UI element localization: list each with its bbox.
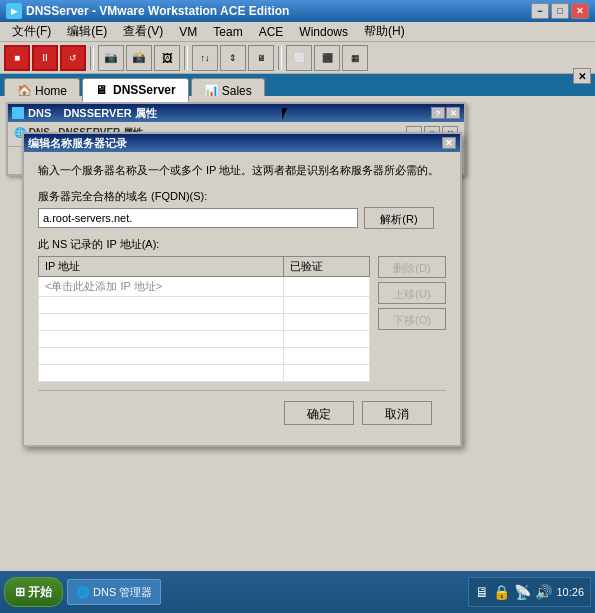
table-row[interactable]: <单击此处添加 IP 地址> <box>39 276 370 296</box>
taskbar-task-dns[interactable]: 🌐 DNS 管理器 <box>67 579 161 605</box>
toolbar-btn-4[interactable]: ↑↓ <box>192 45 218 71</box>
maximize-btn[interactable]: □ <box>551 3 569 19</box>
menu-item-3[interactable]: VM <box>171 22 205 41</box>
tray-icon-2: 🔒 <box>493 584 510 600</box>
dialog-description: 输入一个服务器名称及一个或多个 IP 地址。这两者都是识别名称服务器所必需的。 <box>38 162 446 179</box>
menu-item-7[interactable]: 帮助(H) <box>356 22 413 41</box>
dialog-ok-btn[interactable]: 确定 <box>284 401 354 425</box>
taskbar-right: 🖥 🔒 📡 🔊 10:26 <box>468 577 591 607</box>
menu-item-4[interactable]: Team <box>205 22 250 41</box>
menu-item-1[interactable]: 编辑(E) <box>59 22 115 41</box>
menu-item-6[interactable]: Windows <box>291 22 356 41</box>
inner-title-bar: DNS DNSSERVER 属性 ? ✕ <box>8 104 464 122</box>
dnsserver-icon: 🖥 <box>95 83 109 97</box>
tray-icon-1: 🖥 <box>475 584 489 600</box>
app-title: DNSServer - VMware Workstation ACE Editi… <box>26 4 531 18</box>
dialog-fqdn-label: 服务器完全合格的域名 (FQDN)(S): <box>38 189 446 204</box>
toolbar-btn-snapshot2[interactable]: 📸 <box>126 45 152 71</box>
tray-icon-4: 🔊 <box>535 584 552 600</box>
window-controls: − □ ✕ <box>531 3 589 19</box>
toolbar-btn-6[interactable]: 🖥 <box>248 45 274 71</box>
tab-dnsserver[interactable]: 🖥 DNSServer <box>82 78 189 102</box>
dialog-cancel-btn[interactable]: 取消 <box>362 401 432 425</box>
toolbar-btn-pause[interactable]: ⏸ <box>32 45 58 71</box>
table-row-empty-5 <box>39 364 370 381</box>
app-icon: ▶ <box>6 3 22 19</box>
toolbar: ■ ⏸ ↺ 📷 📸 🖼 ↑↓ ⇕ 🖥 ⬜ ⬛ ▦ <box>0 42 595 74</box>
tab-close-btn[interactable]: ✕ <box>573 68 591 84</box>
inner-title-icon <box>12 107 24 119</box>
menu-item-0[interactable]: 文件(F) <box>4 22 59 41</box>
move-down-btn[interactable]: 下移(O) <box>378 308 446 330</box>
menu-bar: 文件(F)编辑(E)查看(V)VMTeamACEWindows帮助(H) <box>0 22 595 42</box>
inner-help-btn[interactable]: ? <box>431 107 445 119</box>
toolbar-separator-2 <box>184 46 188 70</box>
minimize-btn[interactable]: − <box>531 3 549 19</box>
move-up-btn[interactable]: 上移(U) <box>378 282 446 304</box>
menu-item-2[interactable]: 查看(V) <box>115 22 171 41</box>
table-row-empty-3 <box>39 330 370 347</box>
inner-title-text: DNS DNSSERVER 属性 <box>28 106 430 121</box>
dialog-title: 编辑名称服务器记录 <box>28 136 442 151</box>
verified-cell <box>283 276 369 296</box>
table-row-empty-1 <box>39 296 370 313</box>
taskbar: ⊞ 开始 🌐 DNS 管理器 🖥 🔒 📡 🔊 10:26 <box>0 571 595 613</box>
dns-label: DNS <box>28 107 51 119</box>
toolbar-btn-5[interactable]: ⇕ <box>220 45 246 71</box>
parse-btn[interactable]: 解析(R) <box>364 207 434 229</box>
inner-close-btn[interactable]: ✕ <box>446 107 460 119</box>
ip-btn-group: 删除(D) 上移(U) 下移(O) <box>378 256 446 330</box>
ip-cell: <单击此处添加 IP 地址> <box>39 276 284 296</box>
col-header-ip: IP 地址 <box>39 256 284 276</box>
ip-section-label: 此 NS 记录的 IP 地址(A): <box>38 237 446 252</box>
dialog-footer: 确定 取消 <box>38 390 446 435</box>
taskbar-area: ⊞ 开始 🌐 DNS 管理器 🖥 🔒 📡 🔊 10:26 <box>0 571 595 613</box>
dialog-close-btn[interactable]: ✕ <box>442 137 456 149</box>
toolbar-btn-play[interactable]: ↺ <box>60 45 86 71</box>
toolbar-btn-snapshot[interactable]: 📷 <box>98 45 124 71</box>
main-area: DNS DNSSERVER 属性 ? ✕ 🌐 DNS DNSSERVER 属性 … <box>0 96 595 571</box>
dialog-body: 输入一个服务器名称及一个或多个 IP 地址。这两者都是识别名称服务器所必需的。 … <box>24 152 460 445</box>
toolbar-btn-3[interactable]: 🖼 <box>154 45 180 71</box>
fqdn-input[interactable] <box>38 208 358 228</box>
inner-window-dnsserver: DNS DNSSERVER 属性 ? ✕ 🌐 DNS DNSSERVER 属性 … <box>6 102 466 176</box>
windows-logo: ⊞ <box>15 585 25 599</box>
toolbar-separator-1 <box>90 46 94 70</box>
menu-item-5[interactable]: ACE <box>251 22 292 41</box>
title-bar: ▶ DNSServer - VMware Workstation ACE Edi… <box>0 0 595 22</box>
ip-table-area: IP 地址 已验证 <单击此处添加 IP 地址> <box>38 256 446 382</box>
start-button[interactable]: ⊞ 开始 <box>4 577 63 607</box>
toolbar-btn-8[interactable]: ⬛ <box>314 45 340 71</box>
tray-icon-3: 📡 <box>514 584 531 600</box>
dns-task-icon: 🌐 <box>76 586 90 599</box>
dialog-title-bar: 编辑名称服务器记录 ✕ <box>24 134 460 152</box>
table-row-empty-2 <box>39 313 370 330</box>
toolbar-separator-3 <box>278 46 282 70</box>
ip-table-wrap: IP 地址 已验证 <单击此处添加 IP 地址> <box>38 256 370 382</box>
toolbar-btn-stop[interactable]: ■ <box>4 45 30 71</box>
dialog-edit-ns: 编辑名称服务器记录 ✕ 输入一个服务器名称及一个或多个 IP 地址。这两者都是识… <box>22 132 462 447</box>
clock: 10:26 <box>556 586 584 598</box>
col-header-verified: 已验证 <box>283 256 369 276</box>
ip-table: IP 地址 已验证 <单击此处添加 IP 地址> <box>38 256 370 382</box>
toolbar-btn-7[interactable]: ⬜ <box>286 45 312 71</box>
delete-ip-btn[interactable]: 删除(D) <box>378 256 446 278</box>
toolbar-btn-9[interactable]: ▦ <box>342 45 368 71</box>
close-btn[interactable]: ✕ <box>571 3 589 19</box>
table-row-empty-4 <box>39 347 370 364</box>
inner-subtitle: DNSSERVER 属性 <box>63 107 156 119</box>
